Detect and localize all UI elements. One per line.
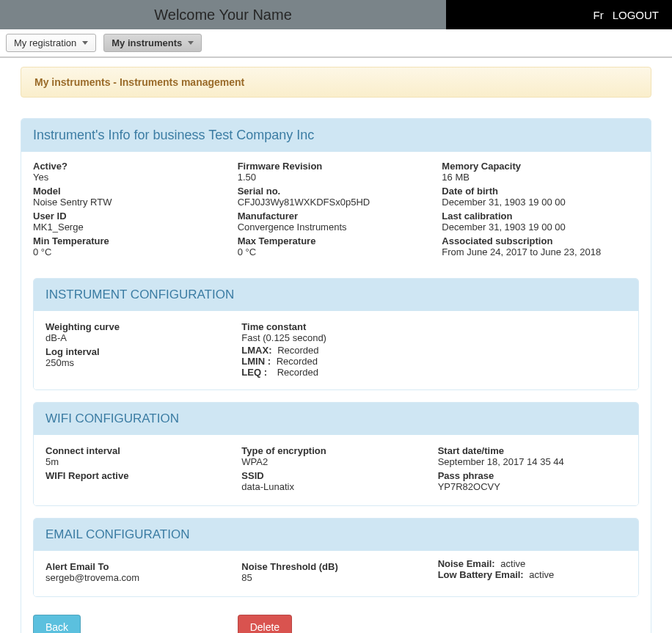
noise-threshold-value: 85 <box>241 572 430 583</box>
menubar: My registration My instruments <box>0 29 672 58</box>
menu-my-instruments[interactable]: My instruments <box>103 34 202 52</box>
lastcal-label: Last calibration <box>442 211 639 222</box>
language-link[interactable]: Fr <box>593 9 603 21</box>
instrument-config-panel: INSTRUMENT CONFIGURATION Weighting curve… <box>33 278 639 390</box>
instr-conf-col-1: Weighting curve dB-A Log interval 250ms <box>45 318 234 378</box>
delete-button[interactable]: Delete <box>238 615 292 633</box>
main-panel: Instrument's Info for business Test Comp… <box>21 118 651 633</box>
memory-label: Memory Capacity <box>442 161 639 172</box>
model-value: Noise Sentry RTW <box>33 197 230 208</box>
ssid-label: SSID <box>241 470 430 481</box>
loginterval-label: Log interval <box>45 346 234 357</box>
weighting-value: dB-A <box>45 332 234 343</box>
instrument-config-header: INSTRUMENT CONFIGURATION <box>34 279 638 311</box>
chevron-down-icon <box>82 41 88 45</box>
passphrase-value: YP7R82OCVY <box>438 481 627 492</box>
serial-label: Serial no. <box>238 186 435 197</box>
firmware-label: Firmware Revision <box>238 161 435 172</box>
info-col-2: Firmware Revision 1.50 Serial no. CFJ0J3… <box>238 158 435 259</box>
encryption-value: WPA2 <box>241 456 430 467</box>
ssid-value: data-Lunatix <box>241 481 430 492</box>
breadcrumb: My instruments - Instruments management <box>21 67 651 98</box>
serial-value: CFJ0J3Wy81WXKDFSx0p5HD <box>238 197 435 208</box>
topbar-links: Fr LOGOUT <box>593 0 672 29</box>
connect-interval-value: 5m <box>45 456 234 467</box>
instr-conf-col-2: Time constant Fast (0.125 second) LMAX: … <box>241 318 430 378</box>
low-battery-email-value: active <box>529 569 554 580</box>
wifi-config-header: WIFI CONFIGURATION <box>34 403 638 435</box>
main-panel-header: Instrument's Info for business Test Comp… <box>21 119 651 152</box>
menu-label: My instruments <box>112 37 182 48</box>
lmax-label: LMAX: <box>241 345 271 356</box>
lmin-value: Recorded <box>277 356 318 367</box>
content: My instruments - Instruments management … <box>0 67 672 633</box>
info-col-1: Active? Yes Model Noise Sentry RTW User … <box>33 158 230 259</box>
dob-label: Date of birth <box>442 186 639 197</box>
alert-email-label: Alert Email To <box>45 561 234 572</box>
low-battery-email-label: Low Battery Email: <box>438 569 524 580</box>
maxtemp-value: 0 °C <box>238 246 435 257</box>
wifi-report-label: WIFI Report active <box>45 470 234 481</box>
email-col-1: Alert Email To sergeb@trovema.com <box>45 558 234 585</box>
menu-my-registration[interactable]: My registration <box>6 34 96 52</box>
lastcal-value: December 31, 1903 19 00 00 <box>442 222 639 233</box>
lmin-label: LMIN : <box>241 356 271 367</box>
startdate-value: September 18, 2017 14 35 44 <box>438 456 627 467</box>
passphrase-label: Pass phrase <box>438 470 627 481</box>
wifi-col-3: Start date/time September 18, 2017 14 35… <box>438 442 627 494</box>
active-value: Yes <box>33 172 230 183</box>
alert-email-value: sergeb@trovema.com <box>45 572 234 583</box>
userid-value: MK1_Serge <box>33 222 230 233</box>
memory-value: 16 MB <box>442 172 639 183</box>
email-config-panel: EMAIL CONFIGURATION Alert Email To serge… <box>33 518 639 597</box>
action-buttons: Back Delete <box>33 615 639 633</box>
leq-value: Recorded <box>277 367 318 378</box>
maxtemp-label: Max Temperature <box>238 235 435 246</box>
back-button[interactable]: Back <box>33 615 81 633</box>
model-label: Model <box>33 186 230 197</box>
menu-label: My registration <box>14 37 76 48</box>
mintemp-value: 0 °C <box>33 246 230 257</box>
timeconstant-label: Time constant <box>241 321 430 332</box>
lmax-value: Recorded <box>277 345 318 356</box>
logout-link[interactable]: LOGOUT <box>613 9 659 21</box>
manufacturer-value: Convergence Instruments <box>238 222 435 233</box>
wifi-col-2: Type of encryption WPA2 SSID data-Lunati… <box>241 442 430 494</box>
instrument-info: Active? Yes Model Noise Sentry RTW User … <box>21 152 651 271</box>
loginterval-value: 250ms <box>45 357 234 368</box>
dob-value: December 31, 1903 19 00 00 <box>442 197 639 208</box>
manufacturer-label: Manufacturer <box>238 211 435 222</box>
topbar: Welcome Your Name Fr LOGOUT <box>0 0 672 29</box>
chevron-down-icon <box>188 41 194 45</box>
subscription-value: From June 24, 2017 to June 23, 2018 <box>442 246 639 257</box>
connect-interval-label: Connect interval <box>45 445 234 456</box>
wifi-col-1: Connect interval 5m WIFI Report active <box>45 442 234 494</box>
startdate-label: Start date/time <box>438 445 627 456</box>
email-col-2: Noise Threshold (dB) 85 <box>241 558 430 585</box>
email-config-header: EMAIL CONFIGURATION <box>34 519 638 551</box>
email-col-3: Noise Email: active Low Battery Email: a… <box>438 558 627 585</box>
active-label: Active? <box>33 161 230 172</box>
info-col-3: Memory Capacity 16 MB Date of birth Dece… <box>442 158 639 259</box>
userid-label: User ID <box>33 211 230 222</box>
noise-email-label: Noise Email: <box>438 558 495 569</box>
noise-threshold-label: Noise Threshold (dB) <box>241 561 430 572</box>
weighting-label: Weighting curve <box>45 321 234 332</box>
noise-email-value: active <box>500 558 525 569</box>
encryption-label: Type of encryption <box>241 445 430 456</box>
firmware-value: 1.50 <box>238 172 435 183</box>
leq-label: LEQ : <box>241 367 267 378</box>
subscription-label: Associated subscription <box>442 235 639 246</box>
timeconstant-value: Fast (0.125 second) <box>241 332 430 343</box>
mintemp-label: Min Temperature <box>33 235 230 246</box>
wifi-config-panel: WIFI CONFIGURATION Connect interval 5m W… <box>33 402 639 506</box>
welcome-banner: Welcome Your Name <box>0 0 446 29</box>
